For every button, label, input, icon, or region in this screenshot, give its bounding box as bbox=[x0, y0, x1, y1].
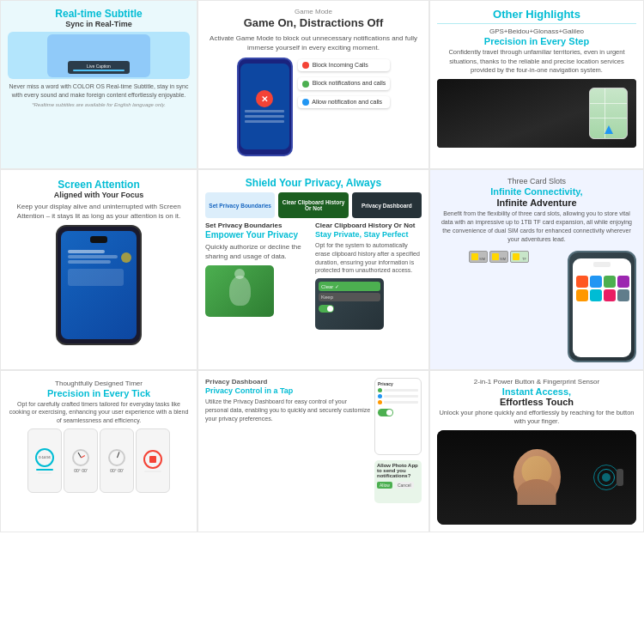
privacy-card-label-3: Privacy Dashboard bbox=[361, 203, 412, 209]
game-bar-2 bbox=[245, 115, 284, 118]
live-caption-bg: Live Caption bbox=[47, 34, 150, 77]
privacy-section2-body: Opt for the system to automatically eras… bbox=[315, 241, 422, 275]
timer-phone-4 bbox=[136, 428, 170, 493]
timer-body: Opt for carefully crafted timers tailore… bbox=[8, 400, 190, 425]
allow-btn[interactable]: Allow bbox=[377, 482, 392, 489]
timer-time-1: 0:14:56 bbox=[39, 455, 50, 459]
privacy-dashboard-section: Privacy Dashboard Privacy Control in a T… bbox=[197, 370, 429, 532]
powerbutton-tag: 2-in-1 Power Button & Fingerprint Sensor bbox=[437, 378, 636, 386]
powerbutton-title1: Instant Access, bbox=[437, 386, 636, 397]
app-6 bbox=[590, 289, 602, 301]
game-screen-1: ✕ bbox=[240, 64, 289, 149]
screen-attention-section: Screen Attention Aligned with Your Focus… bbox=[0, 169, 197, 369]
app-1 bbox=[576, 276, 588, 288]
privacy-card-label-1: Set Privacy Boundaries bbox=[209, 203, 271, 209]
threecards-title1: Infinite Connectivity, bbox=[437, 186, 636, 197]
privacy-section1-title: Set Privacy Boundaries bbox=[205, 222, 312, 229]
realtime-body: Never miss a word with COLOR OS Real-tim… bbox=[8, 82, 190, 100]
timer-analog-2 bbox=[108, 449, 125, 466]
map-pin bbox=[605, 125, 613, 134]
sim-card-1: SIM bbox=[469, 251, 488, 263]
privacy-section1-sub: Empower Your Privacy bbox=[205, 230, 312, 240]
screen-attention-title: Screen Attention bbox=[8, 179, 190, 191]
timer-phone-2: 00° 00' bbox=[64, 428, 98, 493]
highlights-section: Other Highlights GPS+Beidou+Glonass+Gali… bbox=[429, 0, 644, 169]
timer-phone-1: 0:14:56 bbox=[27, 428, 62, 493]
game-notifs: Block Incoming Calls Block notifications… bbox=[298, 58, 391, 156]
notif-icon-red bbox=[302, 62, 309, 69]
privdash-left: Privacy Dashboard Privacy Control in a T… bbox=[205, 378, 371, 503]
tf-label: TF bbox=[522, 257, 526, 261]
timer-analog-label-2: 00° 00' bbox=[110, 468, 123, 473]
game-bar-3 bbox=[245, 120, 284, 123]
fp-ring-inner bbox=[602, 473, 611, 482]
gamemode-section: Game Mode Game On, Distractions Off Acti… bbox=[197, 0, 429, 169]
timer-circle-stop bbox=[143, 450, 162, 469]
privacy-col-right: Clear Clipboard History Or Not Stay Priv… bbox=[315, 222, 422, 330]
gps-body: Confidently travel through unfamiliar te… bbox=[437, 48, 636, 76]
privdash-title1: Privacy Dashboard bbox=[205, 378, 371, 386]
privacy-section1-body: Quickly authorize or decline the sharing… bbox=[205, 242, 312, 261]
gps-title: Precision in Every Step bbox=[437, 36, 636, 46]
screen-attention-phone bbox=[56, 225, 142, 345]
highlights-title: Other Highlights bbox=[437, 8, 636, 21]
timer-phone-3: 00° 00' bbox=[100, 428, 134, 493]
notification-dialog-mock: Allow Photo App to send you notification… bbox=[374, 460, 422, 503]
notif-dialog-actions: Allow Cancel bbox=[377, 482, 419, 489]
realtime-footnote: *Realtime subtitles are available for En… bbox=[8, 102, 190, 107]
powerbutton-title2: Effortless Touch bbox=[437, 397, 636, 407]
privdash-content: Privacy Dashboard Privacy Control in a T… bbox=[205, 378, 422, 503]
tf-card: TF bbox=[510, 251, 529, 263]
side-power-button bbox=[617, 469, 623, 486]
threecards-body: Benefit from the flexibility of three ca… bbox=[437, 210, 636, 243]
screen-attention-subtitle: Aligned with Your Focus bbox=[8, 191, 190, 199]
game-phones: ✕ Block Incoming Calls Block notificatio… bbox=[205, 58, 422, 156]
sa-row3 bbox=[68, 260, 111, 264]
app-7 bbox=[604, 289, 616, 301]
priv-dot-1 bbox=[378, 388, 382, 392]
face-container bbox=[513, 449, 561, 505]
privacy-cards: Set Privacy Boundaries Clear Clipboard H… bbox=[205, 192, 422, 218]
sim-cards-row: SIM SIM TF bbox=[437, 251, 561, 263]
app-2 bbox=[590, 276, 602, 288]
app-8 bbox=[617, 289, 629, 301]
fp-ring-mid bbox=[598, 469, 615, 486]
clipboard-row-2: Keep bbox=[319, 293, 380, 301]
threecards-title2: Infinite Adventure bbox=[437, 197, 636, 208]
app-5 bbox=[576, 289, 588, 301]
dnd-icon: ✕ bbox=[256, 90, 273, 107]
notif-icon-green bbox=[302, 81, 309, 88]
realtime-subtitle-section: Real-time Subtitle Sync in Real-Time Liv… bbox=[0, 0, 197, 169]
powerbutton-body: Unlock your phone quickly and effortless… bbox=[437, 409, 636, 427]
phone-notch bbox=[90, 236, 107, 243]
map-line-h1 bbox=[590, 103, 627, 104]
dark-bg bbox=[437, 430, 636, 525]
map-line-h2 bbox=[590, 118, 627, 118]
timer-digital: 0:14:56 bbox=[35, 448, 54, 467]
threecards-visual: SIM SIM TF bbox=[437, 247, 636, 362]
realtime-mockup: Live Caption bbox=[8, 32, 190, 79]
fingerprint-rings bbox=[593, 465, 619, 490]
person-placeholder bbox=[205, 265, 274, 317]
timer-hand-2 bbox=[117, 452, 119, 458]
sim-label-1: SIM bbox=[479, 257, 485, 261]
cancel-btn[interactable]: Cancel bbox=[395, 482, 414, 489]
privacy-card-dashboard: Privacy Dashboard bbox=[352, 192, 422, 218]
timer-title: Precision in Every Tick bbox=[8, 388, 190, 398]
privacy-card-clipboard: Clear Clipboard History Or Not bbox=[278, 192, 348, 218]
privacy-col-left: Set Privacy Boundaries Empower Your Priv… bbox=[205, 222, 312, 330]
sim-card-2: SIM bbox=[489, 251, 508, 263]
notif-block-notif: Block notifications and calls bbox=[298, 77, 391, 89]
priv-dot-3 bbox=[378, 400, 382, 404]
clipboard-row-1: Clear ✓ bbox=[319, 282, 380, 291]
highlights-divider bbox=[437, 23, 636, 24]
timer-bar2 bbox=[38, 472, 52, 474]
car-gps-image bbox=[437, 79, 636, 148]
fp-ring-outer bbox=[593, 465, 619, 490]
phone-mount bbox=[589, 88, 628, 139]
face-circle bbox=[513, 449, 561, 505]
sa-screen bbox=[61, 231, 137, 339]
privacy-card-boundaries: Set Privacy Boundaries bbox=[205, 192, 275, 218]
priv-dot-2 bbox=[378, 394, 382, 398]
privdash-title2: Privacy Control in a Tap bbox=[205, 386, 371, 396]
